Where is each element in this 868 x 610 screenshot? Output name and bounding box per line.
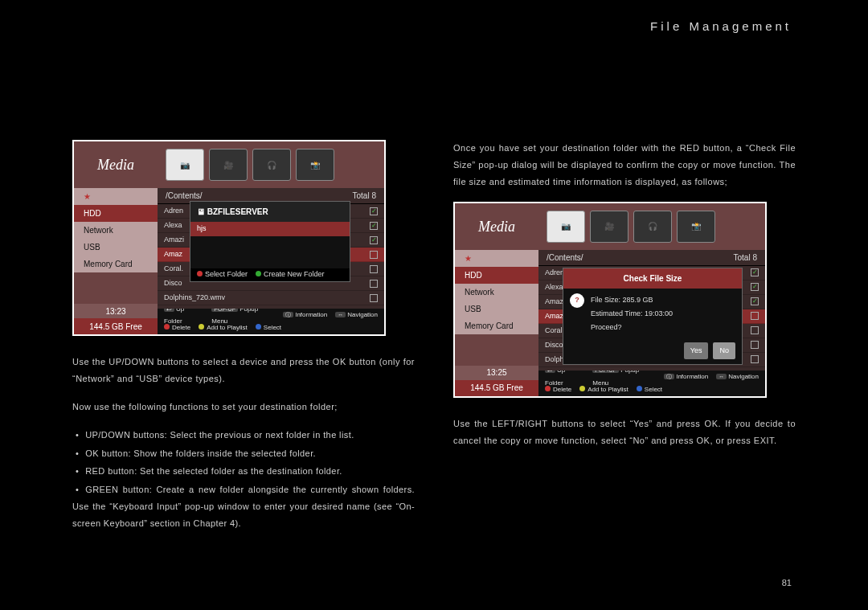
list-item[interactable]: Disco (164, 276, 182, 290)
sidebar-memory-card[interactable]: Memory Card (74, 256, 158, 272)
add-playlist-hint: Add to Playlist (579, 383, 628, 395)
clock-label: 13:23 (74, 304, 158, 318)
free-space-label: 144.5 GB Free (74, 318, 158, 334)
movie-icon[interactable]: 🎥 (209, 149, 248, 181)
popup-title: Check File Size (563, 268, 742, 289)
list-item: GREEN button: Create a new folder alongs… (72, 481, 415, 532)
popup-title: 🖥 BZFILESERVER (190, 202, 350, 222)
delete-hint: Delete (164, 321, 190, 334)
screenshot-select-folder: Media 📷 🎥 🎧 📸 ★ HDD Network USB Memory C… (72, 140, 386, 336)
row-checkbox[interactable] (751, 326, 759, 334)
page-content: Media 📷 🎥 🎧 📸 ★ HDD Network USB Memory C… (0, 51, 868, 610)
camera-icon[interactable]: 📷 (166, 149, 204, 181)
row-checkbox[interactable] (751, 268, 759, 276)
sidebar-memory-card[interactable]: Memory Card (455, 317, 538, 334)
list-item[interactable]: Amazi (164, 233, 184, 247)
delete-hint: Delete (545, 383, 571, 395)
yes-button[interactable]: Yes (684, 342, 709, 359)
row-checkbox[interactable] (751, 355, 759, 363)
header-bar: File Management (0, 0, 868, 51)
no-button[interactable]: No (713, 342, 735, 359)
function-list: UP/DOWN buttons: Select the previous or … (72, 427, 415, 532)
list-item[interactable]: Amaz (164, 248, 182, 261)
question-icon: ? (570, 293, 584, 308)
popup-row[interactable]: hjs (197, 222, 207, 235)
sidebar-usb[interactable]: USB (455, 301, 538, 317)
right-column: Once you have set your destination folde… (453, 140, 796, 610)
row-checkbox[interactable] (370, 294, 378, 302)
sidebar-network[interactable]: Network (74, 222, 158, 239)
sidebar-star[interactable]: ★ (455, 250, 538, 267)
check-file-size-popup: Check File Size ? File Size: 285.9 GB Es… (563, 268, 743, 365)
row-checkbox[interactable] (370, 236, 378, 244)
add-playlist-hint: Add to Playlist (199, 321, 248, 334)
list-item[interactable]: Coral. (164, 262, 183, 276)
info-hint: ⓘInformation (664, 371, 708, 383)
select-hint: Select (637, 383, 662, 395)
screenshot-check-file-size: Media 📷 🎥 🎧 📸 ★ HDD Network USB Memory C… (453, 202, 767, 398)
right-p1: Once you have set your destination folde… (453, 140, 796, 190)
list-item[interactable]: Amaz (545, 309, 563, 323)
list-item[interactable]: Coral. (545, 324, 564, 338)
nav-hint: ↔Navigation (335, 309, 378, 321)
list-item[interactable]: Adren (545, 266, 564, 280)
photo-icon[interactable]: 📸 (677, 211, 715, 243)
row-checkbox[interactable] (370, 207, 378, 215)
movie-icon[interactable]: 🎥 (590, 211, 628, 243)
total-label: Total 8 (353, 188, 376, 203)
file-panel: /Contents/ Total 8 Adren Alexa Amazi Ama… (158, 188, 384, 334)
row-checkbox[interactable] (751, 283, 759, 291)
page-number: 81 (782, 578, 792, 587)
list-item[interactable]: Alexa (164, 219, 182, 232)
path-text: /Contents/ (547, 250, 583, 265)
row-checkbox[interactable] (370, 222, 378, 230)
list-item[interactable]: Adren (164, 204, 183, 218)
sidebar-star[interactable]: ★ (74, 188, 158, 205)
row-checkbox[interactable] (751, 312, 759, 320)
media-label: Media (455, 203, 538, 250)
eta-label: Estimated Time: 19:03:00 (591, 307, 673, 321)
list-item[interactable]: Alexa (545, 280, 563, 294)
sidebar-hdd[interactable]: HDD (74, 205, 158, 222)
hint-bar: ⮐Up Folder POP-UPPopup Menu ⓘInformation… (538, 371, 765, 396)
list-item: RED button: Set the selected folder as t… (72, 463, 415, 480)
file-panel: /Contents/ Total 8 Adren Alexa Amazi Ama… (538, 250, 765, 396)
file-size-label: File Size: 285.9 GB (591, 293, 673, 307)
sidebar-usb[interactable]: USB (74, 239, 158, 256)
category-icons: 📷 🎥 🎧 📸 (538, 203, 765, 250)
row-checkbox[interactable] (370, 280, 378, 288)
total-label: Total 8 (734, 250, 757, 265)
headphones-icon[interactable]: 🎧 (633, 211, 672, 243)
sidebar-network[interactable]: Network (455, 284, 538, 301)
clock-label: 13:25 (455, 366, 538, 380)
row-checkbox[interactable] (751, 297, 759, 305)
device-sidebar: ★ HDD Network USB Memory Card 13:25 144.… (455, 250, 538, 396)
create-folder-hint: Create New Folder (256, 268, 325, 281)
right-p2: Use the LEFT/RIGHT buttons to select “Ye… (453, 416, 796, 449)
list-item: UP/DOWN buttons: Select the previous or … (72, 427, 415, 444)
left-p2: Now use the following functions to set y… (72, 399, 415, 416)
list-item: OK button: Show the folders inside the s… (72, 445, 415, 462)
left-column: Media 📷 🎥 🎧 📸 ★ HDD Network USB Memory C… (72, 140, 415, 610)
device-sidebar: ★ HDD Network USB Memory Card 13:23 144.… (74, 188, 158, 334)
headphones-icon[interactable]: 🎧 (252, 149, 291, 181)
file-list: Adren Alexa Amazi Amaz Coral. Disco Dolp… (158, 204, 384, 309)
list-item[interactable]: Dolphins_720.wmv (164, 291, 225, 305)
row-checkbox[interactable] (370, 265, 378, 273)
file-list: Adren Alexa Amazi Amaz Coral. Disco Dolp… (538, 266, 765, 371)
media-label: Media (74, 141, 158, 188)
page-title: File Management (650, 19, 792, 33)
photo-icon[interactable]: 📸 (296, 149, 334, 181)
select-folder-popup: 🖥 BZFILESERVER hjs Select Folder Create … (190, 201, 350, 282)
list-item[interactable]: Disco (545, 338, 563, 352)
camera-icon[interactable]: 📷 (547, 211, 585, 243)
row-checkbox[interactable] (751, 341, 759, 349)
path-bar: /Contents/ Total 8 (538, 250, 765, 266)
category-icons: 📷 🎥 🎧 📸 (158, 141, 384, 188)
select-folder-hint: Select Folder (197, 268, 248, 281)
left-p1: Use the UP/DOWN buttons to select a devi… (72, 354, 415, 387)
free-space-label: 144.5 GB Free (455, 380, 538, 396)
sidebar-hdd[interactable]: HDD (455, 267, 538, 284)
row-checkbox[interactable] (370, 251, 378, 259)
proceed-label: Proceed? (591, 321, 673, 334)
